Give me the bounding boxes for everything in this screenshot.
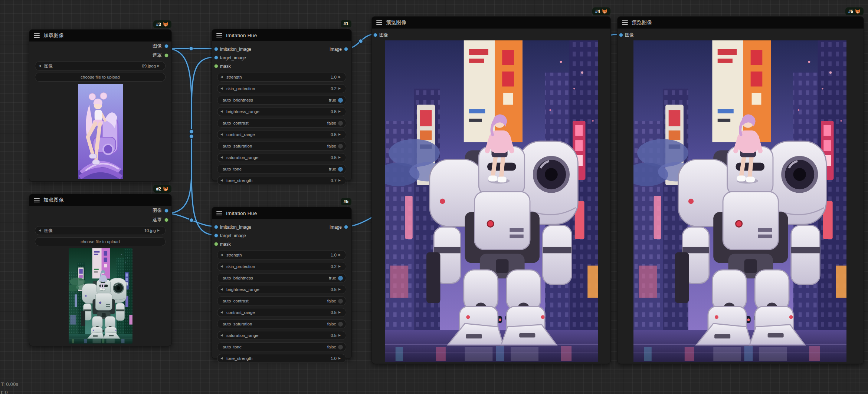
menu-icon[interactable] <box>216 211 222 215</box>
widget-auto_contrast[interactable]: auto_contrastfalse <box>217 297 346 305</box>
widget-strength[interactable]: ◀strength1.0▶ <box>217 251 346 259</box>
input-row-image[interactable]: 图像 <box>372 31 610 39</box>
output-row-image[interactable]: 图像 <box>29 206 171 215</box>
increment-icon[interactable]: ▶ <box>338 334 343 337</box>
decrement-icon[interactable]: ◀ <box>220 87 225 90</box>
prev-file-icon[interactable]: ◀ <box>39 64 43 67</box>
widget-tone_strength[interactable]: ◀tone_strength0.7▶ <box>217 176 346 185</box>
increment-icon[interactable]: ▶ <box>338 133 343 136</box>
target-image-input-port[interactable] <box>214 56 218 60</box>
image-output-port[interactable] <box>164 44 168 48</box>
decrement-icon[interactable]: ◀ <box>220 76 225 79</box>
node-header[interactable]: Imitation Hue <box>212 29 351 41</box>
decrement-icon[interactable]: ◀ <box>220 357 225 360</box>
menu-icon[interactable] <box>376 20 382 25</box>
image-input-port[interactable] <box>373 33 377 37</box>
increment-icon[interactable]: ▶ <box>338 357 343 360</box>
increment-icon[interactable]: ▶ <box>338 254 343 256</box>
node-load-image-top[interactable]: #3 加载图像 图像 遮罩 ◀ 图像 09.jpeg ▶ choose file… <box>29 29 172 182</box>
node-header[interactable]: Imitation Hue <box>212 207 351 219</box>
decrement-icon[interactable]: ◀ <box>220 265 225 268</box>
imitation-image-input-port[interactable] <box>214 225 218 229</box>
decrement-icon[interactable]: ◀ <box>220 288 225 291</box>
increment-icon[interactable]: ▶ <box>338 76 343 79</box>
toggle-dot[interactable] <box>338 276 343 281</box>
widget-brightness_range[interactable]: ◀brightness_range0.5▶ <box>217 285 346 294</box>
node-header[interactable]: 加载图像 <box>29 30 171 42</box>
decrement-icon[interactable]: ◀ <box>220 254 225 256</box>
increment-icon[interactable]: ▶ <box>338 87 343 90</box>
widget-strength[interactable]: ◀strength1.0▶ <box>217 73 346 82</box>
input-row-mask[interactable]: mask <box>212 240 351 248</box>
menu-icon[interactable] <box>34 198 40 202</box>
widget-auto_brightness[interactable]: auto_brightnesstrue <box>217 96 346 105</box>
node-imitation-hue-bottom[interactable]: #5 Imitation Hue imitation_image image t… <box>212 207 352 359</box>
toggle-dot[interactable] <box>338 144 343 149</box>
mask-input-port[interactable] <box>214 64 218 68</box>
decrement-icon[interactable]: ◀ <box>220 110 225 113</box>
mask-input-port[interactable] <box>214 242 218 246</box>
input-row-imitation-image[interactable]: imitation_image image <box>212 223 351 231</box>
widget-auto_brightness[interactable]: auto_brightnesstrue <box>217 274 346 282</box>
choose-file-button[interactable]: choose file to upload <box>35 237 166 246</box>
widget-tone_strength[interactable]: ◀tone_strength1.0▶ <box>217 354 346 363</box>
increment-icon[interactable]: ▶ <box>338 110 343 113</box>
output-row-mask[interactable]: 遮罩 <box>29 215 171 225</box>
toggle-dot[interactable] <box>338 345 343 350</box>
widget-auto_saturation[interactable]: auto_saturationfalse <box>217 142 346 150</box>
next-file-icon[interactable]: ▶ <box>157 229 162 232</box>
target-image-input-port[interactable] <box>214 234 218 238</box>
node-load-image-bottom[interactable]: #2 加载图像 图像 遮罩 ◀ 图像 10.jpg ▶ choose file … <box>29 194 172 346</box>
menu-icon[interactable] <box>216 33 222 37</box>
widget-saturation_range[interactable]: ◀saturation_range0.5▶ <box>217 153 346 162</box>
image-file-selector[interactable]: ◀ 图像 09.jpeg ▶ <box>35 62 166 70</box>
mask-output-port[interactable] <box>164 53 168 57</box>
widget-auto_contrast[interactable]: auto_contrastfalse <box>217 119 346 128</box>
decrement-icon[interactable]: ◀ <box>220 156 225 159</box>
node-preview-image-right[interactable]: #6 预览图像 图像 <box>617 16 864 364</box>
decrement-icon[interactable]: ◀ <box>220 133 225 136</box>
decrement-icon[interactable]: ◀ <box>220 179 225 182</box>
output-row-mask[interactable]: 遮罩 <box>29 51 171 60</box>
image-file-selector[interactable]: ◀ 图像 10.jpg ▶ <box>35 226 166 235</box>
image-output-port[interactable] <box>164 209 168 213</box>
prev-file-icon[interactable]: ◀ <box>39 229 43 232</box>
node-graph-canvas[interactable]: #3 加载图像 图像 遮罩 ◀ 图像 09.jpeg ▶ choose file… <box>0 0 868 394</box>
input-row-image[interactable]: 图像 <box>618 31 864 39</box>
toggle-dot[interactable] <box>338 322 343 327</box>
increment-icon[interactable]: ▶ <box>338 288 343 291</box>
mask-output-port[interactable] <box>164 218 168 222</box>
increment-icon[interactable]: ▶ <box>338 156 343 159</box>
increment-icon[interactable]: ▶ <box>338 179 343 182</box>
widget-brightness_range[interactable]: ◀brightness_range0.5▶ <box>217 107 346 116</box>
increment-icon[interactable]: ▶ <box>338 311 343 314</box>
decrement-icon[interactable]: ◀ <box>220 334 225 337</box>
image-output-port[interactable] <box>344 225 348 229</box>
node-header[interactable]: 加载图像 <box>29 194 171 206</box>
imitation-image-input-port[interactable] <box>214 47 218 51</box>
menu-icon[interactable] <box>34 33 40 38</box>
widget-auto_tone[interactable]: auto_tonefalse <box>217 342 346 351</box>
toggle-dot[interactable] <box>338 167 343 172</box>
widget-skin_protection[interactable]: ◀skin_protection0.2▶ <box>217 84 346 93</box>
image-output-port[interactable] <box>344 47 348 51</box>
next-file-icon[interactable]: ▶ <box>157 64 162 67</box>
node-header[interactable]: 预览图像 <box>372 17 610 29</box>
widget-contrast_range[interactable]: ◀contrast_range0.5▶ <box>217 130 346 139</box>
widget-auto_saturation[interactable]: auto_saturationfalse <box>217 319 346 328</box>
widget-auto_tone[interactable]: auto_tonetrue <box>217 165 346 173</box>
toggle-dot[interactable] <box>338 121 343 126</box>
output-row-image[interactable]: 图像 <box>29 42 171 51</box>
increment-icon[interactable]: ▶ <box>338 265 343 268</box>
menu-icon[interactable] <box>622 20 628 25</box>
input-row-target-image[interactable]: target_image <box>212 231 351 240</box>
image-input-port[interactable] <box>619 33 623 37</box>
decrement-icon[interactable]: ◀ <box>220 311 225 314</box>
toggle-dot[interactable] <box>338 299 343 304</box>
widget-contrast_range[interactable]: ◀contrast_range0.5▶ <box>217 308 346 317</box>
node-header[interactable]: 预览图像 <box>618 17 864 29</box>
node-preview-image-left[interactable]: #4 预览图像 图像 <box>371 16 611 364</box>
input-row-imitation-image[interactable]: imitation_image image <box>212 45 351 53</box>
input-row-target-image[interactable]: target_image <box>212 53 351 62</box>
widget-saturation_range[interactable]: ◀saturation_range0.5▶ <box>217 331 346 340</box>
